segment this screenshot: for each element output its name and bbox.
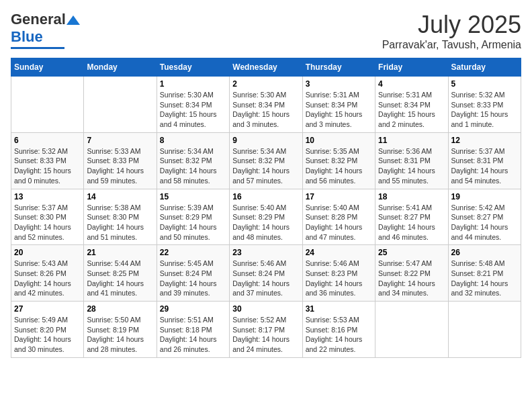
day-info: Sunrise: 5:47 AMSunset: 8:22 PMDaylight:… xyxy=(378,259,445,298)
day-number: 25 xyxy=(378,248,445,257)
day-number: 7 xyxy=(87,136,153,145)
day-number: 13 xyxy=(14,192,81,201)
cell-0-1 xyxy=(84,77,157,133)
header-row: Sunday Monday Tuesday Wednesday Thursday… xyxy=(11,58,521,77)
cell-3-0: 20Sunrise: 5:43 AMSunset: 8:26 PMDayligh… xyxy=(11,245,84,302)
day-number: 16 xyxy=(232,192,299,201)
cell-0-6: 5Sunrise: 5:32 AMSunset: 8:33 PMDaylight… xyxy=(448,77,521,133)
day-info: Sunrise: 5:46 AMSunset: 8:23 PMDaylight:… xyxy=(306,259,372,298)
day-info: Sunrise: 5:43 AMSunset: 8:26 PMDaylight:… xyxy=(14,259,81,298)
day-number: 1 xyxy=(160,79,226,89)
month-title: July 2025 xyxy=(382,11,521,39)
day-number: 22 xyxy=(160,248,226,257)
header-sunday: Sunday xyxy=(11,58,84,77)
cell-0-4: 3Sunrise: 5:31 AMSunset: 8:34 PMDaylight… xyxy=(302,77,375,133)
cell-0-3: 2Sunrise: 5:30 AMSunset: 8:34 PMDaylight… xyxy=(230,77,302,133)
cell-3-2: 22Sunrise: 5:45 AMSunset: 8:24 PMDayligh… xyxy=(157,245,229,302)
week-row-2: 6Sunrise: 5:32 AMSunset: 8:33 PMDaylight… xyxy=(11,132,521,189)
day-number: 3 xyxy=(306,79,372,89)
cell-3-1: 21Sunrise: 5:44 AMSunset: 8:25 PMDayligh… xyxy=(84,245,157,302)
day-number: 21 xyxy=(87,248,153,257)
day-info: Sunrise: 5:37 AMSunset: 8:30 PMDaylight:… xyxy=(14,203,81,242)
day-number: 11 xyxy=(378,136,445,145)
logo-underline xyxy=(11,47,64,49)
day-info: Sunrise: 5:34 AMSunset: 8:32 PMDaylight:… xyxy=(232,146,299,186)
day-info: Sunrise: 5:30 AMSunset: 8:34 PMDaylight:… xyxy=(232,90,299,130)
header-wednesday: Wednesday xyxy=(230,58,302,77)
cell-3-5: 25Sunrise: 5:47 AMSunset: 8:22 PMDayligh… xyxy=(375,245,448,302)
day-info: Sunrise: 5:46 AMSunset: 8:24 PMDaylight:… xyxy=(232,259,299,298)
cell-2-0: 13Sunrise: 5:37 AMSunset: 8:30 PMDayligh… xyxy=(11,189,84,245)
day-info: Sunrise: 5:40 AMSunset: 8:29 PMDaylight:… xyxy=(232,203,299,242)
day-number: 30 xyxy=(232,304,299,314)
header-monday: Monday xyxy=(84,58,157,77)
day-number: 29 xyxy=(160,304,226,314)
day-info: Sunrise: 5:31 AMSunset: 8:34 PMDaylight:… xyxy=(306,90,372,130)
day-info: Sunrise: 5:34 AMSunset: 8:32 PMDaylight:… xyxy=(160,146,226,186)
day-number: 31 xyxy=(306,304,372,314)
day-number: 19 xyxy=(451,192,518,201)
day-info: Sunrise: 5:42 AMSunset: 8:27 PMDaylight:… xyxy=(451,203,518,242)
day-info: Sunrise: 5:39 AMSunset: 8:29 PMDaylight:… xyxy=(160,203,226,242)
svg-marker-0 xyxy=(66,15,80,25)
day-number: 14 xyxy=(87,192,153,201)
cell-4-0: 27Sunrise: 5:49 AMSunset: 8:20 PMDayligh… xyxy=(11,302,84,358)
day-info: Sunrise: 5:40 AMSunset: 8:28 PMDaylight:… xyxy=(306,203,372,242)
day-info: Sunrise: 5:44 AMSunset: 8:25 PMDaylight:… xyxy=(87,259,153,298)
header-tuesday: Tuesday xyxy=(157,58,229,77)
day-info: Sunrise: 5:45 AMSunset: 8:24 PMDaylight:… xyxy=(160,259,226,298)
cell-1-6: 12Sunrise: 5:37 AMSunset: 8:31 PMDayligh… xyxy=(448,132,521,189)
cell-2-4: 17Sunrise: 5:40 AMSunset: 8:28 PMDayligh… xyxy=(302,189,375,245)
cell-4-1: 28Sunrise: 5:50 AMSunset: 8:19 PMDayligh… xyxy=(84,302,157,358)
logo-text: General xyxy=(11,11,81,28)
cell-4-3: 30Sunrise: 5:52 AMSunset: 8:17 PMDayligh… xyxy=(230,302,302,358)
day-info: Sunrise: 5:31 AMSunset: 8:34 PMDaylight:… xyxy=(378,90,445,130)
day-number: 15 xyxy=(160,192,226,201)
day-info: Sunrise: 5:38 AMSunset: 8:30 PMDaylight:… xyxy=(87,203,153,242)
calendar-table: Sunday Monday Tuesday Wednesday Thursday… xyxy=(11,58,521,358)
cell-3-4: 24Sunrise: 5:46 AMSunset: 8:23 PMDayligh… xyxy=(302,245,375,302)
cell-4-2: 29Sunrise: 5:51 AMSunset: 8:18 PMDayligh… xyxy=(157,302,229,358)
cell-4-5 xyxy=(375,302,448,358)
day-info: Sunrise: 5:33 AMSunset: 8:33 PMDaylight:… xyxy=(87,146,153,186)
day-number: 20 xyxy=(14,248,81,257)
cell-1-4: 10Sunrise: 5:35 AMSunset: 8:32 PMDayligh… xyxy=(302,132,375,189)
week-row-3: 13Sunrise: 5:37 AMSunset: 8:30 PMDayligh… xyxy=(11,189,521,245)
day-number: 5 xyxy=(451,79,518,89)
cell-2-5: 18Sunrise: 5:41 AMSunset: 8:27 PMDayligh… xyxy=(375,189,448,245)
day-info: Sunrise: 5:35 AMSunset: 8:32 PMDaylight:… xyxy=(306,146,372,186)
day-info: Sunrise: 5:32 AMSunset: 8:33 PMDaylight:… xyxy=(451,90,518,130)
cell-0-2: 1Sunrise: 5:30 AMSunset: 8:34 PMDaylight… xyxy=(157,77,229,133)
cell-2-1: 14Sunrise: 5:38 AMSunset: 8:30 PMDayligh… xyxy=(84,189,157,245)
day-number: 4 xyxy=(378,79,445,89)
day-info: Sunrise: 5:48 AMSunset: 8:21 PMDaylight:… xyxy=(451,259,518,298)
day-number: 24 xyxy=(306,248,372,257)
cell-1-1: 7Sunrise: 5:33 AMSunset: 8:33 PMDaylight… xyxy=(84,132,157,189)
cell-0-5: 4Sunrise: 5:31 AMSunset: 8:34 PMDaylight… xyxy=(375,77,448,133)
title-block: July 2025 Parravak'ar, Tavush, Armenia xyxy=(382,11,521,51)
day-number: 23 xyxy=(232,248,299,257)
day-info: Sunrise: 5:53 AMSunset: 8:16 PMDaylight:… xyxy=(306,315,372,355)
week-row-1: 1Sunrise: 5:30 AMSunset: 8:34 PMDaylight… xyxy=(11,77,521,133)
day-info: Sunrise: 5:30 AMSunset: 8:34 PMDaylight:… xyxy=(160,90,226,130)
day-number: 27 xyxy=(14,304,81,314)
cell-3-3: 23Sunrise: 5:46 AMSunset: 8:24 PMDayligh… xyxy=(230,245,302,302)
day-number: 12 xyxy=(451,136,518,145)
day-number: 28 xyxy=(87,304,153,314)
day-number: 18 xyxy=(378,192,445,201)
cell-1-2: 8Sunrise: 5:34 AMSunset: 8:32 PMDaylight… xyxy=(157,132,229,189)
day-info: Sunrise: 5:51 AMSunset: 8:18 PMDaylight:… xyxy=(160,315,226,355)
location-title: Parravak'ar, Tavush, Armenia xyxy=(382,39,521,51)
day-number: 2 xyxy=(232,79,299,89)
day-info: Sunrise: 5:49 AMSunset: 8:20 PMDaylight:… xyxy=(14,315,81,355)
day-info: Sunrise: 5:52 AMSunset: 8:17 PMDaylight:… xyxy=(232,315,299,355)
header-friday: Friday xyxy=(375,58,448,77)
cell-1-0: 6Sunrise: 5:32 AMSunset: 8:33 PMDaylight… xyxy=(11,132,84,189)
page-header: General Blue July 2025 Parravak'ar, Tavu… xyxy=(11,11,521,51)
day-number: 17 xyxy=(306,192,372,201)
day-info: Sunrise: 5:32 AMSunset: 8:33 PMDaylight:… xyxy=(14,146,81,186)
cell-4-4: 31Sunrise: 5:53 AMSunset: 8:16 PMDayligh… xyxy=(302,302,375,358)
day-number: 10 xyxy=(306,136,372,145)
day-number: 8 xyxy=(160,136,226,145)
day-info: Sunrise: 5:50 AMSunset: 8:19 PMDaylight:… xyxy=(87,315,153,355)
